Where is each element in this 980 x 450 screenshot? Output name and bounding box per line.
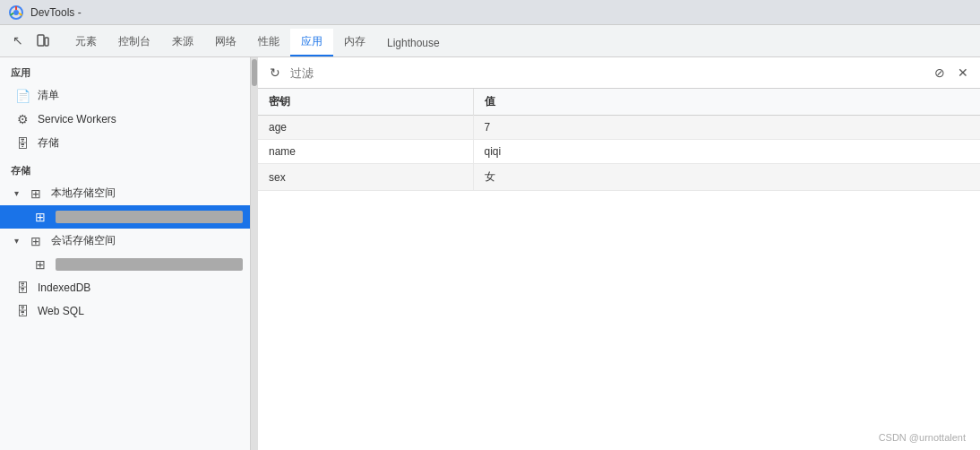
col-val-header: 值 bbox=[473, 89, 980, 116]
toolbar-icons: ↖ bbox=[7, 30, 54, 56]
table-row[interactable]: age 7 bbox=[258, 116, 980, 140]
device-tool-button[interactable] bbox=[32, 30, 54, 51]
local-storage-child-grid-icon: ⊞ bbox=[32, 210, 48, 224]
sidebar-item-manifest[interactable]: 📄 清单 bbox=[0, 83, 250, 108]
content-area: ↻ ⊘ ✕ 密钥 值 age 7 name qiqi bbox=[258, 57, 980, 450]
section-storage-header: 存储 bbox=[0, 155, 250, 181]
main-layout: 应用 📄 清单 ⚙ Service Workers 🗄 存储 存储 ▾ ⊞ 本地… bbox=[0, 57, 980, 450]
table-cell-key: age bbox=[258, 116, 473, 140]
title-bar: DevTools - bbox=[0, 0, 980, 25]
sidebar-item-local-storage-label: 本地存储空间 bbox=[51, 186, 243, 201]
sidebar: 应用 📄 清单 ⚙ Service Workers 🗄 存储 存储 ▾ ⊞ 本地… bbox=[0, 57, 251, 450]
sidebar-scroll-thumb[interactable] bbox=[252, 59, 257, 86]
storage-icon: 🗄 bbox=[14, 136, 30, 151]
local-storage-grid-icon: ⊞ bbox=[28, 186, 44, 201]
filter-bar: ↻ ⊘ ✕ bbox=[258, 57, 980, 89]
sidebar-scrollbar[interactable] bbox=[251, 57, 258, 450]
table-row[interactable]: name qiqi bbox=[258, 140, 980, 164]
sidebar-item-service-workers[interactable]: ⚙ Service Workers bbox=[0, 108, 250, 131]
tab-memory[interactable]: 内存 bbox=[333, 29, 376, 56]
sidebar-item-websql-label: Web SQL bbox=[38, 305, 243, 317]
session-storage-child-grid-icon: ⊞ bbox=[32, 257, 48, 272]
sidebar-item-service-workers-label: Service Workers bbox=[38, 113, 243, 125]
sidebar-item-local-storage-child-label bbox=[56, 211, 243, 223]
refresh-button[interactable]: ↻ bbox=[265, 63, 285, 82]
tab-network[interactable]: 网络 bbox=[204, 29, 247, 56]
sidebar-item-session-storage-label: 会话存储空间 bbox=[51, 233, 243, 248]
manifest-icon: 📄 bbox=[14, 89, 30, 103]
block-button[interactable]: ⊘ bbox=[930, 63, 950, 82]
service-workers-icon: ⚙ bbox=[14, 112, 30, 126]
svg-rect-3 bbox=[45, 38, 48, 46]
websql-icon: 🗄 bbox=[14, 304, 30, 318]
sidebar-item-storage[interactable]: 🗄 存储 bbox=[0, 131, 250, 155]
table-cell-key: name bbox=[258, 140, 473, 164]
chrome-logo bbox=[9, 5, 23, 20]
devtools-tabs: ↖ 元素 控制台 来源 网络 性能 应用 内存 Lighthouse bbox=[0, 25, 980, 57]
table-cell-val: 女 bbox=[473, 164, 980, 191]
title-bar-text: DevTools - bbox=[30, 6, 971, 19]
sidebar-item-websql[interactable]: 🗄 Web SQL bbox=[0, 299, 250, 323]
table-cell-val: qiqi bbox=[473, 140, 980, 164]
col-key-header: 密钥 bbox=[258, 89, 473, 116]
session-storage-grid-icon: ⊞ bbox=[28, 234, 44, 248]
sidebar-item-session-storage-parent[interactable]: ▾ ⊞ 会话存储空间 bbox=[0, 229, 250, 253]
table-body: age 7 name qiqi sex 女 bbox=[258, 116, 980, 191]
svg-rect-2 bbox=[38, 35, 44, 46]
sidebar-item-session-storage-child[interactable]: ⊞ bbox=[0, 253, 250, 276]
local-storage-toggle: ▾ bbox=[14, 188, 19, 198]
sidebar-item-local-storage-parent[interactable]: ▾ ⊞ 本地存储空间 bbox=[0, 181, 250, 205]
clear-button[interactable]: ✕ bbox=[953, 63, 973, 82]
tab-lighthouse[interactable]: Lighthouse bbox=[376, 31, 451, 56]
table-cell-val: 7 bbox=[473, 116, 980, 140]
data-table: 密钥 值 age 7 name qiqi sex 女 bbox=[258, 89, 980, 450]
indexeddb-icon: 🗄 bbox=[14, 281, 30, 295]
table-cell-key: sex bbox=[258, 164, 473, 191]
sidebar-item-indexeddb[interactable]: 🗄 IndexedDB bbox=[0, 276, 250, 299]
filter-actions: ⊘ ✕ bbox=[930, 63, 973, 82]
sidebar-wrapper: 应用 📄 清单 ⚙ Service Workers 🗄 存储 存储 ▾ ⊞ 本地… bbox=[0, 57, 258, 450]
storage-table: 密钥 值 age 7 name qiqi sex 女 bbox=[258, 89, 980, 191]
cursor-tool-button[interactable]: ↖ bbox=[7, 30, 29, 51]
tab-performance[interactable]: 性能 bbox=[247, 29, 290, 56]
filter-input[interactable] bbox=[290, 66, 924, 80]
tab-application[interactable]: 应用 bbox=[290, 29, 333, 56]
sidebar-item-local-storage-child[interactable]: ⊞ bbox=[0, 205, 250, 229]
tab-sources[interactable]: 来源 bbox=[161, 29, 204, 56]
section-app-header: 应用 bbox=[0, 57, 250, 83]
table-header: 密钥 值 bbox=[258, 89, 980, 116]
session-storage-toggle: ▾ bbox=[14, 236, 19, 246]
sidebar-item-manifest-label: 清单 bbox=[38, 88, 243, 103]
table-row[interactable]: sex 女 bbox=[258, 164, 980, 191]
tab-console[interactable]: 控制台 bbox=[107, 29, 161, 56]
svg-point-1 bbox=[13, 10, 19, 15]
watermark: CSDN @urnottalent bbox=[879, 432, 966, 443]
sidebar-item-storage-label: 存储 bbox=[38, 135, 243, 151]
sidebar-item-indexeddb-label: IndexedDB bbox=[38, 281, 243, 294]
tab-elements[interactable]: 元素 bbox=[64, 29, 107, 56]
sidebar-item-session-storage-child-label bbox=[56, 258, 243, 271]
